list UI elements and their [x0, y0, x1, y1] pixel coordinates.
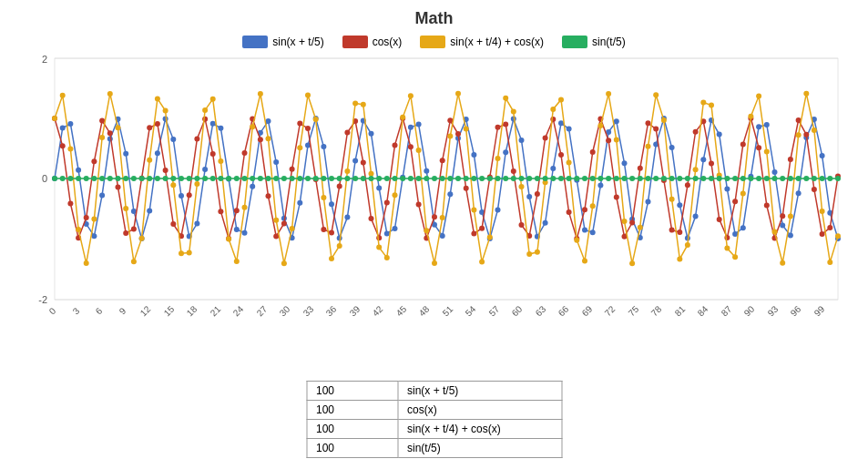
- svg-point-227: [732, 199, 738, 204]
- table-row-1: 100 cos(x): [307, 401, 562, 420]
- svg-point-371: [290, 176, 295, 181]
- svg-point-440: [835, 176, 841, 181]
- svg-point-283: [384, 255, 390, 260]
- svg-point-339: [827, 260, 832, 265]
- svg-point-314: [629, 260, 635, 266]
- svg-point-350: [123, 176, 128, 181]
- svg-point-72: [297, 200, 302, 206]
- svg-point-336: [803, 91, 809, 97]
- svg-point-101: [526, 194, 532, 199]
- svg-point-273: [305, 93, 311, 98]
- svg-point-330: [756, 94, 761, 99]
- svg-point-79: [352, 158, 358, 163]
- svg-point-112: [614, 118, 619, 124]
- svg-point-173: [305, 126, 311, 131]
- svg-point-426: [724, 176, 730, 181]
- svg-point-394: [471, 176, 476, 181]
- chart-title: Math: [18, 9, 850, 28]
- svg-point-228: [740, 141, 746, 147]
- svg-point-381: [369, 176, 374, 181]
- svg-point-269: [273, 218, 279, 223]
- svg-point-256: [170, 182, 176, 188]
- svg-point-332: [772, 229, 778, 235]
- svg-point-154: [155, 121, 160, 127]
- svg-point-362: [218, 176, 223, 181]
- svg-point-237: [812, 187, 817, 192]
- svg-point-69: [273, 159, 279, 165]
- svg-point-146: [91, 158, 97, 164]
- svg-point-181: [369, 216, 374, 221]
- svg-point-56: [170, 137, 176, 142]
- legend-label-0: sin(x + t/5): [272, 36, 323, 48]
- svg-point-189: [432, 214, 437, 219]
- svg-point-363: [226, 176, 231, 181]
- table-count-2: 100: [307, 420, 398, 439]
- svg-point-266: [250, 124, 255, 129]
- svg-point-292: [455, 91, 461, 97]
- svg-point-431: [764, 176, 770, 181]
- svg-point-364: [234, 176, 240, 181]
- svg-point-131: [764, 122, 770, 127]
- svg-point-175: [321, 227, 326, 232]
- svg-point-46: [91, 233, 97, 239]
- svg-point-130: [756, 124, 761, 129]
- svg-point-380: [361, 176, 366, 181]
- svg-point-259: [194, 181, 199, 187]
- svg-point-383: [384, 176, 390, 181]
- svg-point-323: [700, 100, 706, 106]
- svg-text:0: 0: [42, 173, 47, 184]
- svg-point-53: [147, 208, 152, 213]
- svg-point-199: [511, 168, 516, 174]
- svg-point-200: [519, 222, 525, 228]
- svg-point-245: [84, 260, 89, 266]
- svg-text:36: 36: [324, 303, 339, 318]
- svg-point-338: [820, 209, 825, 214]
- legend: sin(x + t/5) cos(x) sin(x + t/4) + cos(x…: [18, 36, 850, 48]
- svg-point-433: [780, 176, 785, 181]
- svg-point-94: [471, 152, 476, 158]
- svg-point-387: [416, 176, 422, 181]
- svg-point-331: [764, 149, 770, 155]
- svg-point-61: [210, 121, 216, 127]
- svg-point-368: [266, 176, 271, 181]
- svg-point-264: [234, 259, 240, 264]
- svg-point-289: [432, 260, 437, 266]
- svg-point-230: [756, 145, 761, 150]
- svg-point-357: [179, 176, 184, 181]
- svg-point-145: [84, 215, 89, 220]
- svg-point-243: [67, 147, 73, 152]
- svg-point-268: [266, 136, 271, 141]
- svg-text:-2: -2: [38, 294, 47, 305]
- svg-point-315: [638, 225, 643, 230]
- svg-point-148: [107, 130, 113, 136]
- svg-text:81: 81: [673, 303, 688, 318]
- svg-point-401: [526, 176, 532, 181]
- svg-point-222: [693, 129, 699, 135]
- svg-point-192: [455, 131, 461, 137]
- svg-point-386: [408, 176, 414, 181]
- svg-text:0: 0: [47, 305, 58, 316]
- svg-point-217: [653, 127, 659, 132]
- svg-point-190: [440, 158, 445, 163]
- svg-point-402: [535, 176, 540, 181]
- svg-point-354: [155, 176, 160, 181]
- chart-svg: 2 0 -2 0 3 6 9 12 15 18 21 24 27 30 33 3…: [18, 54, 850, 336]
- svg-point-409: [590, 176, 596, 181]
- svg-point-122: [693, 214, 699, 219]
- svg-text:27: 27: [255, 303, 270, 318]
- svg-point-436: [803, 176, 809, 181]
- svg-point-308: [582, 259, 587, 264]
- table-row-3: 100 sin(t/5): [307, 439, 562, 458]
- svg-point-281: [369, 171, 374, 177]
- svg-text:42: 42: [371, 303, 385, 318]
- svg-point-66: [250, 184, 255, 189]
- svg-point-47: [99, 192, 105, 198]
- svg-point-135: [796, 190, 802, 196]
- svg-point-197: [495, 125, 501, 130]
- svg-point-224: [709, 161, 714, 167]
- svg-point-329: [748, 114, 753, 119]
- svg-point-219: [669, 228, 675, 233]
- svg-text:12: 12: [138, 303, 153, 318]
- svg-point-435: [796, 176, 802, 181]
- svg-point-300: [519, 184, 525, 189]
